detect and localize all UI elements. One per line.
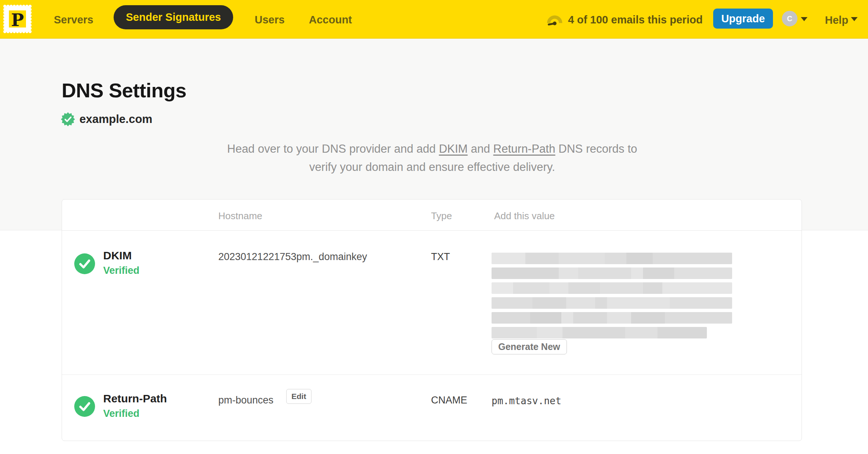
upgrade-button[interactable]: Upgrade — [713, 9, 773, 29]
redacted-value-line — [492, 253, 732, 264]
column-header-type: Type — [431, 210, 452, 222]
nav-item-account[interactable]: Account — [309, 13, 352, 26]
dns-records-card: Hostname Type Add this value DKIM Verifi… — [62, 199, 802, 441]
description-text: verify your domain and ensure effective … — [309, 160, 555, 174]
logo-letter: P — [11, 10, 24, 30]
redacted-value-line — [492, 267, 732, 279]
record-hostname: 20230121221753pm._domainkey — [218, 251, 367, 263]
page-title: DNS Settings — [62, 79, 186, 102]
generate-new-button[interactable]: Generate New — [492, 339, 567, 354]
verified-check-icon — [74, 396, 95, 417]
record-name: Return-Path — [103, 392, 167, 405]
column-header-hostname: Hostname — [218, 210, 262, 222]
description-text: DNS records to — [555, 142, 637, 155]
column-header-value: Add this value — [494, 210, 555, 222]
domain-name: example.com — [79, 113, 152, 126]
nav-item-servers[interactable]: Servers — [54, 13, 93, 26]
record-value: pm.mtasv.net — [492, 395, 561, 406]
nav-item-sender-signatures[interactable]: Sender Signatures — [114, 5, 233, 29]
dkim-link[interactable]: DKIM — [439, 142, 468, 155]
user-avatar[interactable]: C — [782, 11, 797, 26]
redacted-value-line — [492, 327, 707, 338]
nav-item-users[interactable]: Users — [255, 13, 285, 26]
description-text: and — [468, 142, 493, 155]
record-status: Verified — [103, 408, 140, 419]
record-name: DKIM — [103, 249, 132, 262]
record-hostname: pm-bounces — [218, 395, 274, 406]
domain-row: example.com — [61, 112, 152, 126]
usage-counter: 4 of 100 emails this period — [568, 14, 703, 26]
return-path-link[interactable]: Return-Path — [493, 142, 555, 155]
verified-seal-icon — [61, 112, 75, 126]
verified-check-icon — [74, 253, 95, 274]
table-header-row: Hostname Type Add this value — [62, 200, 802, 231]
description-text: Head over to your DNS provider and add — [227, 142, 439, 155]
top-navbar: P Servers Sender Signatures Users Accoun… — [0, 0, 868, 39]
page-description: Head over to your DNS provider and add D… — [198, 140, 666, 176]
help-menu-caret-icon[interactable] — [851, 17, 858, 21]
table-row-return-path: Return-Path Verified pm-bounces Edit CNA… — [62, 375, 802, 441]
redacted-value-line — [492, 282, 732, 294]
edit-return-path-button[interactable]: Edit — [286, 389, 311, 404]
redacted-value-line — [492, 297, 732, 309]
record-status: Verified — [103, 265, 140, 276]
table-row-dkim: DKIM Verified 20230121221753pm._domainke… — [62, 231, 802, 375]
redacted-dkim-value — [492, 253, 732, 342]
usage-gauge-icon — [546, 12, 564, 27]
record-type: TXT — [431, 251, 450, 263]
help-menu[interactable]: Help — [825, 14, 848, 26]
record-type: CNAME — [431, 395, 467, 406]
redacted-value-line — [492, 312, 732, 324]
avatar-menu-caret-icon[interactable] — [801, 17, 807, 21]
postmark-logo-icon[interactable]: P — [3, 4, 32, 34]
